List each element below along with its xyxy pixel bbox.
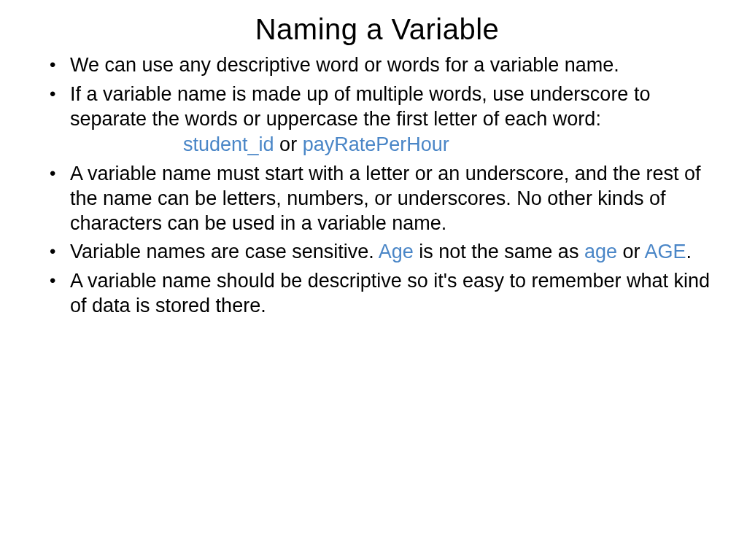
list-item: A variable name must start with a letter… [44,162,711,236]
text-fragment: . [686,241,692,262]
code-example: student_id [183,133,274,155]
text-fragment: or [617,241,645,262]
separator-text: or [274,133,303,155]
code-inline: Age [379,241,414,262]
list-item: We can use any descriptive word or words… [44,53,711,78]
list-item-text: If a variable name is made up of multipl… [70,83,650,130]
slide-title: Naming a Variable [44,13,711,46]
bullet-list: We can use any descriptive word or words… [44,53,711,319]
text-fragment: Variable names are case sensitive. [70,241,379,262]
list-item: Variable names are case sensitive. Age i… [44,240,711,265]
code-example-line: student_id or payRatePerHour [70,133,711,158]
list-item: A variable name should be descriptive so… [44,269,711,319]
text-fragment: is not the same as [414,241,584,262]
code-inline: AGE [644,241,686,262]
code-inline: age [584,241,617,262]
list-item: If a variable name is made up of multipl… [44,82,711,158]
code-example: payRatePerHour [303,133,449,155]
